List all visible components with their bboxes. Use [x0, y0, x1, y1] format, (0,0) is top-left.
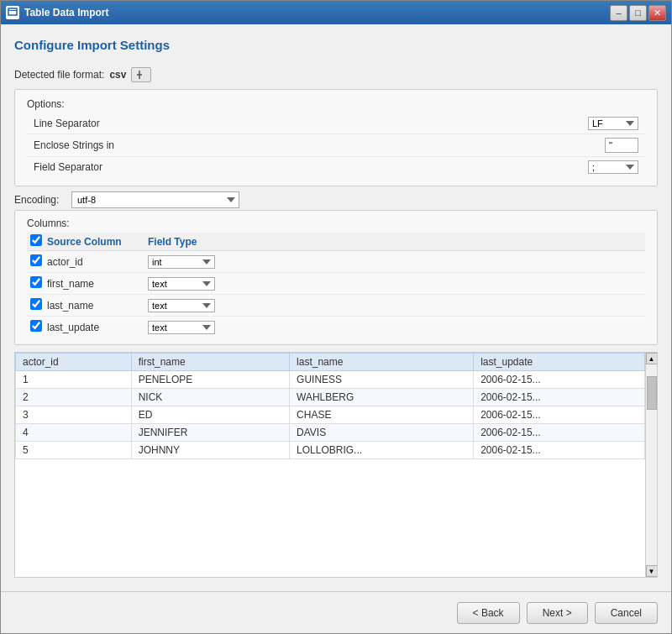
top-sections: Detected file format: csv Options: Line [14, 67, 658, 345]
table-row: 4JENNIFERDAVIS2006-02-15... [16, 424, 645, 442]
line-separator-select[interactable]: LF CR CRLF [588, 117, 638, 130]
table-cell-first_name: JENNIFER [131, 424, 289, 442]
file-format-value: csv [109, 69, 126, 81]
column-row-last-update: last_update text int varchar date [27, 317, 645, 338]
preview-table-header: actor_id first_name last_name last_updat… [16, 354, 645, 371]
col-header-actor-id: actor_id [16, 354, 132, 371]
table-cell-actor_id: 2 [16, 389, 132, 406]
columns-label: Columns: [27, 217, 645, 229]
col-name-actor-id: actor_id [47, 256, 148, 268]
columns-header: Source Column Field Type [27, 233, 645, 251]
window-icon [6, 6, 19, 19]
col-header-first-name: first_name [131, 354, 289, 371]
options-label: Options: [27, 98, 645, 110]
line-separator-control: LF CR CRLF [588, 117, 638, 130]
select-all-checkbox[interactable] [30, 234, 42, 246]
file-format-label: Detected file format: [14, 69, 104, 81]
maximize-button[interactable]: □ [629, 5, 647, 21]
table-cell-last_name: GUINESS [290, 371, 474, 389]
col-type-actor-id[interactable]: int text varchar date [148, 255, 215, 269]
vertical-scrollbar[interactable]: ▲ ▼ [645, 353, 657, 577]
table-cell-actor_id: 3 [16, 406, 132, 424]
options-section: Options: Line Separator LF CR CRLF [14, 89, 658, 186]
table-cell-last_name: WAHLBERG [290, 389, 474, 406]
preview-table-wrapper: actor_id first_name last_name last_updat… [15, 353, 657, 577]
table-cell-actor_id: 1 [16, 371, 132, 389]
option-row-line-separator: Line Separator LF CR CRLF [27, 113, 645, 134]
table-cell-last_update: 2006-02-15... [474, 389, 645, 406]
table-row: 2NICKWAHLBERG2006-02-15... [16, 389, 645, 406]
preview-table: actor_id first_name last_name last_updat… [15, 353, 645, 459]
table-row: 3EDCHASE2006-02-15... [16, 406, 645, 424]
next-button[interactable]: Next > [527, 602, 588, 624]
col-name-first-name: first_name [47, 278, 148, 290]
option-row-field-separator: Field Separator ; , \t | [27, 157, 645, 177]
main-content: Detected file format: csv Options: Line [14, 67, 658, 578]
scroll-thumb[interactable] [647, 376, 657, 410]
col-name-last-name: last_name [47, 300, 148, 312]
table-row: 1PENELOPEGUINESS2006-02-15... [16, 371, 645, 389]
table-row: 5JOHNNYLOLLOBRIG...2006-02-15... [16, 442, 645, 459]
table-cell-first_name: PENELOPE [131, 371, 289, 389]
encoding-label: Encoding: [14, 194, 65, 206]
col-header-last-name: last_name [290, 354, 474, 371]
content-area: Configure Import Settings Detected file … [1, 24, 671, 591]
field-type-header: Field Type [148, 236, 197, 248]
col-check-last-update[interactable] [30, 320, 42, 332]
table-cell-last_name: DAVIS [290, 424, 474, 442]
col-check-actor-id[interactable] [30, 254, 42, 266]
table-cell-first_name: NICK [131, 389, 289, 406]
file-format-row: Detected file format: csv [14, 67, 658, 82]
enclose-strings-input[interactable] [605, 138, 638, 153]
option-row-enclose: Enclose Strings in [27, 134, 645, 157]
field-separator-control: ; , \t | [588, 160, 638, 174]
cancel-button[interactable]: Cancel [595, 602, 658, 624]
scroll-up-arrow[interactable]: ▲ [646, 353, 658, 364]
minimize-button[interactable]: – [610, 5, 627, 21]
field-separator-label: Field Separator [34, 161, 588, 173]
table-cell-last_update: 2006-02-15... [474, 424, 645, 442]
source-column-header: Source Column [47, 236, 148, 248]
window-controls: – □ ✕ [610, 5, 666, 21]
column-row-last-name: last_name text int varchar date [27, 295, 645, 317]
col-type-last-name[interactable]: text int varchar date [148, 299, 215, 312]
table-cell-last_name: LOLLOBRIG... [290, 442, 474, 459]
preview-scroll[interactable]: actor_id first_name last_name last_updat… [15, 353, 645, 577]
encoding-select[interactable]: utf-8 utf-16 latin-1 ascii [71, 191, 239, 208]
enclose-strings-control [605, 138, 638, 153]
table-cell-actor_id: 5 [16, 442, 132, 459]
scroll-down-arrow[interactable]: ▼ [646, 565, 658, 577]
table-cell-last_name: CHASE [290, 406, 474, 424]
table-cell-actor_id: 4 [16, 424, 132, 442]
enclose-strings-label: Enclose Strings in [34, 139, 605, 151]
edit-format-icon[interactable] [131, 67, 151, 82]
preview-table-container: actor_id first_name last_name last_updat… [14, 352, 658, 578]
col-header-last-update: last_update [474, 354, 645, 371]
column-row-actor-id: actor_id int text varchar date [27, 251, 645, 273]
svg-rect-0 [8, 8, 17, 15]
encoding-row: Encoding: utf-8 utf-16 latin-1 ascii [14, 186, 658, 210]
table-cell-first_name: JOHNNY [131, 442, 289, 459]
table-cell-last_update: 2006-02-15... [474, 406, 645, 424]
col-type-first-name[interactable]: text int varchar date [148, 277, 215, 291]
back-button[interactable]: < Back [457, 602, 520, 624]
table-cell-last_update: 2006-02-15... [474, 371, 645, 389]
footer: < Back Next > Cancel [1, 591, 671, 633]
col-name-last-update: last_update [47, 322, 148, 333]
col-check-last-name[interactable] [30, 298, 42, 310]
main-window: Table Data Import – □ ✕ Configure Import… [0, 0, 672, 634]
col-check-first-name[interactable] [30, 276, 42, 288]
window-title: Table Data Import [24, 7, 610, 18]
title-bar: Table Data Import – □ ✕ [1, 1, 671, 24]
page-title: Configure Import Settings [14, 38, 658, 52]
table-cell-last_update: 2006-02-15... [474, 442, 645, 459]
columns-section: Columns: Source Column Field Type actor_… [14, 210, 658, 345]
column-row-first-name: first_name text int varchar date [27, 273, 645, 295]
line-separator-label: Line Separator [34, 118, 588, 129]
col-type-last-update[interactable]: text int varchar date [148, 321, 215, 334]
close-button[interactable]: ✕ [648, 5, 666, 21]
table-cell-first_name: ED [131, 406, 289, 424]
field-separator-select[interactable]: ; , \t | [588, 160, 638, 174]
